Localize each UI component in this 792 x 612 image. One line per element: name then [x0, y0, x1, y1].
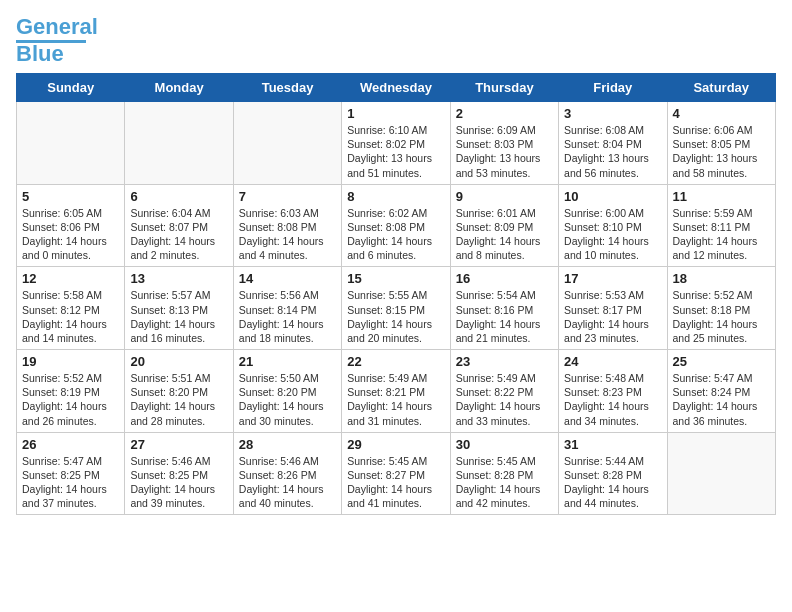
calendar-cell: 7Sunrise: 6:03 AMSunset: 8:08 PMDaylight… — [233, 184, 341, 267]
day-number: 19 — [22, 354, 119, 369]
calendar-cell: 18Sunrise: 5:52 AMSunset: 8:18 PMDayligh… — [667, 267, 775, 350]
calendar-cell: 26Sunrise: 5:47 AMSunset: 8:25 PMDayligh… — [17, 432, 125, 515]
calendar-cell: 10Sunrise: 6:00 AMSunset: 8:10 PMDayligh… — [559, 184, 667, 267]
day-number: 8 — [347, 189, 444, 204]
logo-text: General — [16, 16, 98, 38]
calendar-cell: 24Sunrise: 5:48 AMSunset: 8:23 PMDayligh… — [559, 350, 667, 433]
cell-info: Sunrise: 5:57 AMSunset: 8:13 PMDaylight:… — [130, 288, 227, 345]
calendar-cell: 19Sunrise: 5:52 AMSunset: 8:19 PMDayligh… — [17, 350, 125, 433]
calendar-cell: 17Sunrise: 5:53 AMSunset: 8:17 PMDayligh… — [559, 267, 667, 350]
day-number: 12 — [22, 271, 119, 286]
page-header: General Blue — [16, 16, 776, 65]
cell-info: Sunrise: 6:05 AMSunset: 8:06 PMDaylight:… — [22, 206, 119, 263]
calendar-header-row: SundayMondayTuesdayWednesdayThursdayFrid… — [17, 74, 776, 102]
day-header-thursday: Thursday — [450, 74, 558, 102]
calendar-cell: 30Sunrise: 5:45 AMSunset: 8:28 PMDayligh… — [450, 432, 558, 515]
cell-info: Sunrise: 5:47 AMSunset: 8:24 PMDaylight:… — [673, 371, 770, 428]
calendar-week-2: 5Sunrise: 6:05 AMSunset: 8:06 PMDaylight… — [17, 184, 776, 267]
calendar-cell: 2Sunrise: 6:09 AMSunset: 8:03 PMDaylight… — [450, 102, 558, 185]
day-number: 24 — [564, 354, 661, 369]
day-number: 1 — [347, 106, 444, 121]
day-number: 20 — [130, 354, 227, 369]
day-number: 15 — [347, 271, 444, 286]
day-number: 26 — [22, 437, 119, 452]
cell-info: Sunrise: 5:51 AMSunset: 8:20 PMDaylight:… — [130, 371, 227, 428]
day-number: 29 — [347, 437, 444, 452]
day-number: 27 — [130, 437, 227, 452]
calendar-cell: 15Sunrise: 5:55 AMSunset: 8:15 PMDayligh… — [342, 267, 450, 350]
day-header-friday: Friday — [559, 74, 667, 102]
calendar-cell: 13Sunrise: 5:57 AMSunset: 8:13 PMDayligh… — [125, 267, 233, 350]
calendar-cell: 23Sunrise: 5:49 AMSunset: 8:22 PMDayligh… — [450, 350, 558, 433]
day-header-sunday: Sunday — [17, 74, 125, 102]
day-number: 7 — [239, 189, 336, 204]
cell-info: Sunrise: 5:52 AMSunset: 8:19 PMDaylight:… — [22, 371, 119, 428]
day-number: 30 — [456, 437, 553, 452]
day-number: 4 — [673, 106, 770, 121]
calendar-cell: 6Sunrise: 6:04 AMSunset: 8:07 PMDaylight… — [125, 184, 233, 267]
calendar-week-4: 19Sunrise: 5:52 AMSunset: 8:19 PMDayligh… — [17, 350, 776, 433]
logo-blue: Blue — [16, 43, 64, 65]
calendar-cell: 14Sunrise: 5:56 AMSunset: 8:14 PMDayligh… — [233, 267, 341, 350]
cell-info: Sunrise: 5:49 AMSunset: 8:21 PMDaylight:… — [347, 371, 444, 428]
calendar-table: SundayMondayTuesdayWednesdayThursdayFrid… — [16, 73, 776, 515]
cell-info: Sunrise: 6:08 AMSunset: 8:04 PMDaylight:… — [564, 123, 661, 180]
calendar-cell: 28Sunrise: 5:46 AMSunset: 8:26 PMDayligh… — [233, 432, 341, 515]
cell-info: Sunrise: 6:04 AMSunset: 8:07 PMDaylight:… — [130, 206, 227, 263]
day-header-saturday: Saturday — [667, 74, 775, 102]
day-number: 13 — [130, 271, 227, 286]
calendar-cell: 29Sunrise: 5:45 AMSunset: 8:27 PMDayligh… — [342, 432, 450, 515]
calendar-cell: 4Sunrise: 6:06 AMSunset: 8:05 PMDaylight… — [667, 102, 775, 185]
day-number: 6 — [130, 189, 227, 204]
day-number: 21 — [239, 354, 336, 369]
calendar-cell: 9Sunrise: 6:01 AMSunset: 8:09 PMDaylight… — [450, 184, 558, 267]
calendar-cell: 12Sunrise: 5:58 AMSunset: 8:12 PMDayligh… — [17, 267, 125, 350]
calendar-week-5: 26Sunrise: 5:47 AMSunset: 8:25 PMDayligh… — [17, 432, 776, 515]
day-number: 31 — [564, 437, 661, 452]
day-header-monday: Monday — [125, 74, 233, 102]
calendar-cell — [125, 102, 233, 185]
cell-info: Sunrise: 5:47 AMSunset: 8:25 PMDaylight:… — [22, 454, 119, 511]
day-number: 14 — [239, 271, 336, 286]
cell-info: Sunrise: 6:01 AMSunset: 8:09 PMDaylight:… — [456, 206, 553, 263]
cell-info: Sunrise: 6:02 AMSunset: 8:08 PMDaylight:… — [347, 206, 444, 263]
cell-info: Sunrise: 5:59 AMSunset: 8:11 PMDaylight:… — [673, 206, 770, 263]
cell-info: Sunrise: 5:56 AMSunset: 8:14 PMDaylight:… — [239, 288, 336, 345]
day-number: 2 — [456, 106, 553, 121]
calendar-cell: 21Sunrise: 5:50 AMSunset: 8:20 PMDayligh… — [233, 350, 341, 433]
calendar-cell: 11Sunrise: 5:59 AMSunset: 8:11 PMDayligh… — [667, 184, 775, 267]
calendar-week-1: 1Sunrise: 6:10 AMSunset: 8:02 PMDaylight… — [17, 102, 776, 185]
logo: General Blue — [16, 16, 98, 65]
calendar-cell: 8Sunrise: 6:02 AMSunset: 8:08 PMDaylight… — [342, 184, 450, 267]
day-number: 16 — [456, 271, 553, 286]
cell-info: Sunrise: 5:46 AMSunset: 8:25 PMDaylight:… — [130, 454, 227, 511]
day-number: 23 — [456, 354, 553, 369]
day-number: 17 — [564, 271, 661, 286]
cell-info: Sunrise: 5:45 AMSunset: 8:27 PMDaylight:… — [347, 454, 444, 511]
logo-general: General — [16, 14, 98, 39]
cell-info: Sunrise: 5:48 AMSunset: 8:23 PMDaylight:… — [564, 371, 661, 428]
calendar-cell: 31Sunrise: 5:44 AMSunset: 8:28 PMDayligh… — [559, 432, 667, 515]
cell-info: Sunrise: 5:58 AMSunset: 8:12 PMDaylight:… — [22, 288, 119, 345]
day-number: 10 — [564, 189, 661, 204]
cell-info: Sunrise: 6:06 AMSunset: 8:05 PMDaylight:… — [673, 123, 770, 180]
cell-info: Sunrise: 5:52 AMSunset: 8:18 PMDaylight:… — [673, 288, 770, 345]
day-number: 18 — [673, 271, 770, 286]
day-number: 22 — [347, 354, 444, 369]
calendar-cell — [233, 102, 341, 185]
day-header-tuesday: Tuesday — [233, 74, 341, 102]
cell-info: Sunrise: 5:54 AMSunset: 8:16 PMDaylight:… — [456, 288, 553, 345]
calendar-week-3: 12Sunrise: 5:58 AMSunset: 8:12 PMDayligh… — [17, 267, 776, 350]
day-number: 5 — [22, 189, 119, 204]
cell-info: Sunrise: 6:00 AMSunset: 8:10 PMDaylight:… — [564, 206, 661, 263]
cell-info: Sunrise: 5:46 AMSunset: 8:26 PMDaylight:… — [239, 454, 336, 511]
cell-info: Sunrise: 5:49 AMSunset: 8:22 PMDaylight:… — [456, 371, 553, 428]
calendar-cell: 1Sunrise: 6:10 AMSunset: 8:02 PMDaylight… — [342, 102, 450, 185]
calendar-cell: 27Sunrise: 5:46 AMSunset: 8:25 PMDayligh… — [125, 432, 233, 515]
cell-info: Sunrise: 5:53 AMSunset: 8:17 PMDaylight:… — [564, 288, 661, 345]
day-number: 11 — [673, 189, 770, 204]
cell-info: Sunrise: 5:50 AMSunset: 8:20 PMDaylight:… — [239, 371, 336, 428]
calendar-cell: 20Sunrise: 5:51 AMSunset: 8:20 PMDayligh… — [125, 350, 233, 433]
day-number: 3 — [564, 106, 661, 121]
cell-info: Sunrise: 6:03 AMSunset: 8:08 PMDaylight:… — [239, 206, 336, 263]
